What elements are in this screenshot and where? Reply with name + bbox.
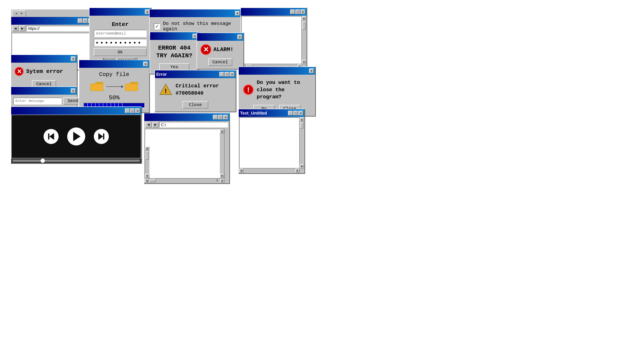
svg-rect-1 [91,84,103,90]
login-close-button[interactable]: × [145,9,150,14]
player-close-button[interactable]: × [135,108,140,113]
scrollbar-thumb-v[interactable] [302,21,306,30]
filebrowser-scroll-down[interactable]: ▼ [220,174,224,178]
msg-titlebar: × [11,87,77,95]
copy-folders [84,81,145,92]
browser-max-button[interactable]: □ [83,18,88,23]
login-heading: Enter [94,19,146,30]
password-input[interactable]: ● ● ● ● ● ● ● ● ● ● [94,39,146,46]
player-min-button[interactable]: _ [125,108,130,113]
texteditor-scroll-down[interactable]: ▼ [300,164,304,168]
alarm-titlebar: × [197,33,244,41]
texteditor-scroll-left[interactable]: ◄ [239,168,244,173]
filebrowser-scroll-right[interactable]: ► [220,179,224,183]
ok-button[interactable]: Ok [94,48,146,56]
browser-back-button[interactable]: ◄ [12,26,18,31]
browser-url-input[interactable] [26,26,93,31]
alarm-buttons: Cancel [197,57,244,69]
criterr-close-button-action[interactable]: Close [182,101,208,109]
filebrowser-scroll-left[interactable]: ◄ [145,179,149,183]
filebrowser-scroll-up2[interactable]: ▲ [145,146,150,151]
large-scroll-min-button[interactable]: _ [290,9,295,14]
player-titlebar: _ □ × [11,107,141,115]
texteditor-track-h [244,168,296,173]
checkbox-close-button[interactable]: × [235,11,240,16]
texteditor-scroll-up[interactable]: ▲ [300,117,304,122]
alarm-window: × ✕ ALARM! Cancel [197,33,244,69]
copy-close-button[interactable]: × [143,62,148,66]
message-text-input[interactable] [13,98,62,104]
syserr-close-button[interactable]: × [71,56,76,61]
scrubber-bar[interactable] [12,160,140,162]
filebrowser-titlebar-buttons: _ □ × [213,115,228,119]
filebrowser-files: ▲ ▼ ▲ ▼ [145,129,224,179]
previous-button[interactable] [44,129,58,144]
texteditor-scroll-right[interactable]: ► [296,168,300,173]
filebrowser-min-button[interactable]: _ [213,115,218,119]
do-not-show-checkbox[interactable]: ✓ [154,23,160,29]
texteditor-scrollbar-v: ▲ ▼ [300,117,304,168]
criterr-titlebar: Error _ □ × [155,70,236,78]
texteditor-max-button[interactable]: □ [293,111,298,115]
browser-min-button[interactable]: _ [78,18,82,23]
browser-tab-active[interactable]: × + [12,10,26,17]
texteditor-close-button[interactable]: × [298,111,303,115]
texteditor-content-area: ▲ ▼ ◄ ► [239,117,304,173]
texteditor-min-button[interactable]: _ [288,111,293,115]
player-scrubber[interactable] [11,158,141,163]
criterr-title: Error [156,72,220,77]
scroll-up-button[interactable]: ▲ [302,16,306,20]
filebrowser-scrollbar-v: ▲ ▼ [220,129,224,178]
filebrowser-scroll-up[interactable]: ▲ [220,129,224,133]
scrubber-thumb[interactable] [40,159,45,163]
checkbox-titlebar-buttons: × [235,11,240,16]
large-scroll-content [241,16,302,64]
filebrowser-thumb-v2[interactable] [146,151,149,160]
filebrowser-address-bar[interactable]: C:\ [159,122,228,127]
texteditor-scrollbar-h: ◄ ► [239,168,300,173]
do-not-show-label: Do not show this message again [163,21,237,32]
filebrowser-max-button[interactable]: □ [218,115,223,119]
filebrowser-close-button[interactable]: × [223,115,228,119]
criterr-max-button[interactable]: □ [224,72,229,77]
username-input[interactable] [94,30,146,37]
msg-close-button[interactable]: × [71,88,76,93]
criterr-min-button[interactable]: _ [220,72,224,77]
next-button[interactable] [94,129,109,144]
system-error-text: Sytem error [26,68,63,75]
filebrowser-nav: ◄ ► C:\ [144,121,229,128]
criterr-buttons: Close [155,99,236,112]
large-scroll-window: _ □ × ▲ ▼ ◄ ► [240,7,307,69]
filebrowser-forward-button[interactable]: ► [152,122,158,127]
login-titlebar-buttons: × [145,9,150,14]
send-button[interactable]: Send [63,97,80,105]
alarm-close-button[interactable]: × [238,34,242,39]
filebrowser-thumb-h[interactable] [150,179,156,182]
copy-heading: Copy file [84,71,145,78]
texteditor-text-area[interactable] [239,117,300,168]
alarm-titlebar-buttons: × [238,34,242,39]
large-scroll-max-button[interactable]: □ [296,9,300,14]
error404-window: × ERROR 404TRY AGAIN? Yes [150,32,199,74]
filebrowser-scroll-down2[interactable]: ▼ [145,174,150,178]
texteditor-thumb-v[interactable] [300,122,304,128]
large-scroll-titlebar-buttons: _ □ × [290,9,305,14]
play-button[interactable] [67,127,85,145]
syserr-titlebar-buttons: × [71,56,76,61]
browser-tab-plus[interactable]: + [20,11,23,16]
alarm-cancel-button[interactable]: Cancel [208,58,232,66]
filebrowser-back-button[interactable]: ◄ [146,122,152,127]
vertical-scrollbar: ▲ ▼ [302,16,306,64]
scroll-down-button[interactable]: ▼ [302,60,306,64]
copy-file-window: × Copy file 50% [79,60,150,113]
alarm-content: ✕ ALARM! [197,41,244,57]
player-max-button[interactable]: □ [130,108,135,113]
browser-forward-button[interactable]: ► [19,26,25,31]
err404-yes-button[interactable]: Yes [159,63,189,71]
large-scroll-titlebar: _ □ × [241,8,306,16]
criterr-content: ! Critical error#70058040 [155,78,236,99]
large-scroll-close-button[interactable]: × [300,9,305,14]
closeprog-close-button[interactable]: × [309,68,314,73]
criterr-close-button[interactable]: × [230,72,234,77]
dest-folder-icon [125,81,138,92]
